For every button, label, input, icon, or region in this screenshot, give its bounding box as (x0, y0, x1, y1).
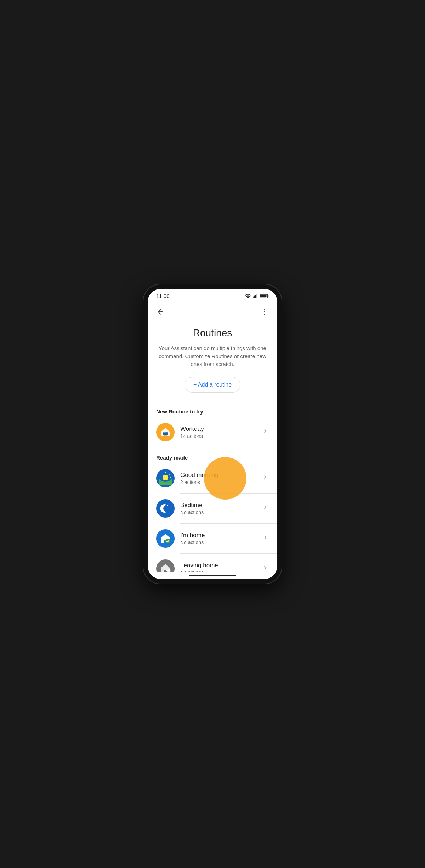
page-title: Routines (156, 327, 269, 339)
page-description: Your Assistant can do multiple things wi… (156, 344, 269, 368)
im-home-name: I'm home (180, 532, 262, 539)
good-morning-info: Good morning 2 actions (180, 472, 262, 485)
svg-rect-13 (164, 432, 166, 433)
svg-point-9 (264, 314, 265, 315)
leaving-home-name: Leaving home (180, 562, 262, 569)
im-home-chevron (262, 534, 269, 543)
im-home-icon-svg (159, 532, 171, 545)
battery-icon (260, 294, 269, 299)
app-bar (148, 302, 277, 320)
bedtime-icon-svg (160, 503, 171, 514)
good-morning-chevron (262, 474, 269, 483)
leaving-home-chevron (262, 564, 269, 572)
home-indicator (189, 575, 236, 576)
svg-line-16 (169, 474, 170, 475)
back-button[interactable] (153, 305, 168, 319)
svg-rect-5 (268, 295, 268, 297)
leaving-home-info: Leaving home No actions (180, 562, 262, 572)
hero-section: Routines Your Assistant can do multiple … (148, 320, 277, 401)
status-bar: 11:00 (148, 289, 277, 302)
new-routine-section-label: New Routine to try (148, 401, 277, 417)
phone-shell: 11:00 (143, 284, 282, 584)
svg-point-18 (167, 505, 168, 506)
content-area: Routines Your Assistant can do multiple … (148, 320, 277, 572)
svg-rect-0 (253, 296, 254, 298)
routine-item-workday[interactable]: Workday 14 actions (148, 417, 277, 447)
bedtime-chevron (262, 504, 269, 513)
svg-rect-3 (256, 294, 257, 298)
bedtime-name: Bedtime (180, 502, 262, 509)
bedtime-sub: No actions (180, 509, 262, 515)
routine-item-leaving-home[interactable]: Leaving home No actions (148, 554, 277, 572)
workday-info: Workday 14 actions (180, 425, 262, 439)
good-morning-sub: 2 actions (180, 479, 262, 485)
workday-sub: 14 actions (180, 433, 262, 439)
im-home-icon (156, 529, 175, 548)
add-routine-button[interactable]: + Add a routine (185, 377, 240, 393)
ready-made-section-label: Ready-made (148, 447, 277, 463)
routine-item-bedtime[interactable]: Bedtime No actions (148, 494, 277, 523)
more-options-button[interactable] (257, 305, 272, 319)
routine-item-im-home[interactable]: I'm home No actions (148, 524, 277, 553)
workday-icon-svg (160, 427, 171, 438)
status-icons (245, 294, 269, 299)
svg-point-19 (169, 507, 169, 507)
svg-point-7 (264, 309, 265, 310)
status-time: 11:00 (156, 293, 170, 299)
svg-rect-1 (254, 295, 255, 298)
workday-icon (156, 423, 175, 441)
good-morning-icon (156, 469, 175, 487)
leaving-home-icon (156, 559, 175, 572)
workday-name: Workday (180, 425, 262, 433)
im-home-sub: No actions (180, 540, 262, 545)
more-icon (260, 308, 269, 316)
bedtime-icon (156, 499, 175, 518)
bedtime-info: Bedtime No actions (180, 502, 262, 515)
wifi-icon (245, 294, 251, 299)
im-home-info: I'm home No actions (180, 532, 262, 545)
svg-rect-2 (255, 295, 256, 298)
leaving-home-icon-svg (159, 563, 171, 572)
phone-screen: 11:00 (148, 289, 277, 579)
back-icon (156, 308, 165, 316)
svg-point-14 (163, 475, 168, 480)
good-morning-name: Good morning (180, 472, 262, 479)
signal-icon (253, 294, 258, 299)
leaving-home-sub: No actions (180, 570, 262, 572)
workday-chevron (262, 428, 269, 436)
svg-point-8 (264, 311, 265, 312)
svg-rect-6 (260, 295, 267, 297)
routine-item-good-morning[interactable]: Good morning 2 actions (148, 463, 277, 493)
good-morning-icon-svg (159, 472, 172, 485)
